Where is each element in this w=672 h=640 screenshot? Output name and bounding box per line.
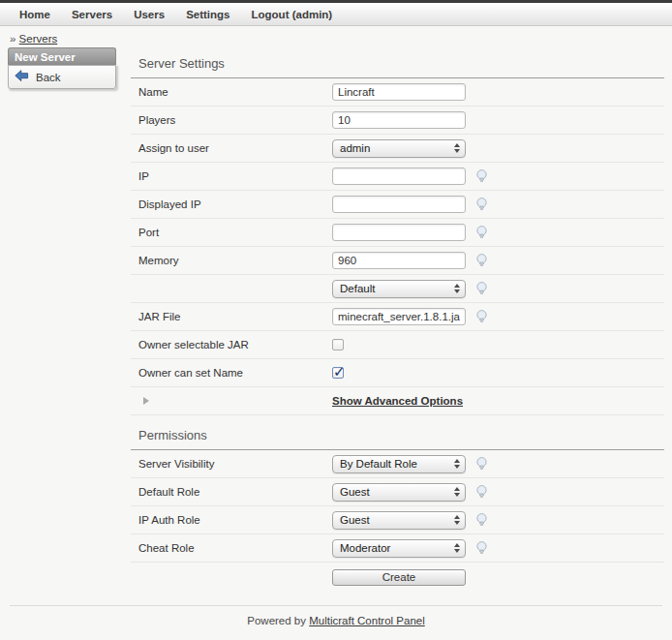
field-label-default-role: Default Role <box>138 486 332 498</box>
form-row-cheat-role: Cheat Role Moderator <box>131 534 664 563</box>
field-label-cheat-role: Cheat Role <box>138 542 332 554</box>
form-row-create: Create <box>131 563 664 592</box>
ip-auth-role-select[interactable]: Guest <box>332 511 466 530</box>
main-content: Server Settings Name Players Assign to u… <box>131 47 664 592</box>
default-role-selected-value: Guest <box>340 486 370 498</box>
server-visibility-select[interactable]: By Default Role <box>332 455 466 473</box>
top-nav-bar: Home Servers Users Settings Logout (admi… <box>0 0 672 26</box>
back-arrow-icon <box>15 70 29 84</box>
help-bulb-icon[interactable] <box>475 198 488 211</box>
select-stepper-icon <box>454 281 460 296</box>
name-input[interactable] <box>332 83 466 101</box>
nav-item-home[interactable]: Home <box>9 9 61 20</box>
form-row-name: Name <box>131 78 664 107</box>
field-label-ip: IP <box>138 170 332 182</box>
breadcrumb-separator: » <box>10 33 15 45</box>
select-stepper-icon <box>454 512 460 528</box>
form-row-owner-can-set-name: Owner can set Name <box>131 359 664 387</box>
ip-auth-role-selected-value: Guest <box>340 514 370 526</box>
powered-by-text: Powered by <box>247 615 306 626</box>
help-bulb-icon[interactable] <box>475 541 488 555</box>
help-bulb-icon[interactable] <box>475 254 488 267</box>
section-title-permissions: Permissions <box>138 428 664 442</box>
jar-preset-select[interactable]: Default <box>332 280 466 298</box>
server-visibility-selected-value: By Default Role <box>340 458 417 470</box>
section-title-server-settings: Server Settings <box>138 56 664 71</box>
select-stepper-icon <box>454 140 460 156</box>
form-row-owner-selectable-jar: Owner selectable JAR <box>131 331 664 359</box>
form-row-server-visibility: Server Visibility By Default Role <box>131 450 664 478</box>
help-bulb-icon[interactable] <box>475 485 488 499</box>
form-row-players: Players <box>131 107 664 135</box>
select-stepper-icon <box>454 540 460 556</box>
port-input[interactable] <box>332 224 466 241</box>
form-row-jar-preset: Default <box>131 275 664 303</box>
owner-selectable-jar-checkbox[interactable] <box>332 339 344 350</box>
memory-input[interactable] <box>332 252 466 269</box>
owner-can-set-name-checkbox[interactable] <box>332 367 344 379</box>
field-label-players: Players <box>138 114 332 126</box>
breadcrumb: » Servers <box>0 26 672 47</box>
select-stepper-icon <box>454 456 460 472</box>
help-bulb-icon[interactable] <box>475 457 488 471</box>
help-bulb-icon[interactable] <box>475 513 488 527</box>
sidebar-item-back[interactable]: Back <box>15 69 109 85</box>
form-row-memory: Memory <box>131 247 664 275</box>
form-row-port: Port <box>131 219 664 247</box>
jar-file-input[interactable] <box>332 308 466 325</box>
players-input[interactable] <box>332 111 466 129</box>
create-button[interactable]: Create <box>332 569 466 586</box>
sidebar-title: New Server <box>8 47 116 65</box>
nav-item-servers[interactable]: Servers <box>61 9 123 20</box>
help-bulb-icon[interactable] <box>475 310 488 323</box>
form-row-jar-file: JAR File <box>131 303 664 331</box>
ip-input[interactable] <box>332 168 466 185</box>
field-label-assign-to-user: Assign to user <box>138 142 332 154</box>
sidebar: New Server Back <box>8 47 116 89</box>
help-bulb-icon[interactable] <box>475 282 488 295</box>
form-row-advanced-options: Show Advanced Options <box>131 387 664 415</box>
cheat-role-selected-value: Moderator <box>340 542 390 554</box>
nav-item-logout[interactable]: Logout (admin) <box>241 9 344 20</box>
help-bulb-icon[interactable] <box>475 226 488 239</box>
nav-item-settings[interactable]: Settings <box>175 9 240 20</box>
footer: Powered by Multicraft Control Panel <box>0 606 672 626</box>
field-label-ip-auth-role: IP Auth Role <box>138 514 332 526</box>
back-label: Back <box>36 72 61 83</box>
select-stepper-icon <box>454 484 460 500</box>
form-row-default-role: Default Role Guest <box>131 478 664 506</box>
form-row-ip: IP <box>131 163 664 191</box>
multicraft-link[interactable]: Multicraft Control Panel <box>309 615 425 626</box>
assign-to-user-selected-value: admin <box>340 142 370 154</box>
field-label-jar-file: JAR File <box>138 311 332 322</box>
jar-preset-selected-value: Default <box>340 283 375 294</box>
field-label-owner-can-set-name: Owner can set Name <box>138 367 332 379</box>
cheat-role-select[interactable]: Moderator <box>332 539 466 558</box>
nav-item-users[interactable]: Users <box>123 9 175 20</box>
field-label-owner-selectable-jar: Owner selectable JAR <box>138 339 332 350</box>
field-label-memory: Memory <box>138 255 332 266</box>
field-label-port: Port <box>138 227 332 238</box>
displayed-ip-input[interactable] <box>332 196 466 213</box>
form-row-displayed-ip: Displayed IP <box>131 191 664 219</box>
field-label-server-visibility: Server Visibility <box>138 458 332 470</box>
collapsed-triangle-icon[interactable] <box>143 397 153 405</box>
field-label-name: Name <box>138 86 332 98</box>
field-label-displayed-ip: Displayed IP <box>138 198 332 210</box>
help-bulb-icon[interactable] <box>475 169 488 183</box>
assign-to-user-select[interactable]: admin <box>332 139 466 158</box>
form-row-assign-to-user: Assign to user admin <box>131 135 664 163</box>
advanced-options-label-cell <box>138 395 332 407</box>
breadcrumb-link-servers[interactable]: Servers <box>19 33 58 45</box>
default-role-select[interactable]: Guest <box>332 483 466 502</box>
show-advanced-options-link[interactable]: Show Advanced Options <box>332 395 463 407</box>
form-row-ip-auth-role: IP Auth Role Guest <box>131 506 664 534</box>
